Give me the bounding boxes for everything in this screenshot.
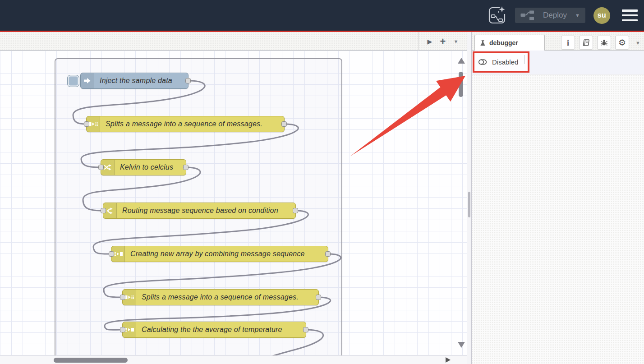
node-label: Calculating the the average of temperatu… [136, 326, 288, 334]
deploy-button[interactable]: Deploy ▼ [515, 8, 585, 23]
flow-assistant-icon [487, 5, 507, 26]
deploy-nodes-icon [520, 10, 535, 21]
toggle-off-icon[interactable] [478, 59, 488, 65]
header-actions: Deploy ▼ su [487, 0, 638, 31]
tab-label: debugger [489, 39, 518, 46]
settings-button[interactable]: ⚙ [615, 36, 629, 50]
input-port[interactable] [120, 327, 125, 332]
node-label: Routing message sequence based on condit… [117, 207, 284, 215]
add-flow-button[interactable]: + [440, 36, 446, 47]
node-join[interactable]: Creating new array by combining message … [111, 246, 328, 262]
hamburger-menu-icon[interactable] [622, 9, 638, 21]
horizontal-scrollbar-thumb[interactable] [54, 358, 128, 363]
debug-button[interactable] [597, 36, 611, 50]
scroll-right-arrow[interactable] [446, 357, 451, 363]
node-label: Splits a message into a sequence of mess… [136, 293, 304, 301]
inject-arrow-icon [81, 73, 94, 88]
node-label: Inject the sample data [94, 77, 178, 85]
splitter-handle[interactable] [468, 192, 470, 217]
tab-debugger[interactable]: debugger [474, 35, 545, 51]
deploy-label: Deploy [539, 11, 570, 20]
toolbar-separator [524, 55, 525, 64]
sidebar-tools: i [561, 36, 640, 50]
info-button[interactable]: i [561, 36, 575, 50]
input-port[interactable] [98, 165, 104, 170]
node-inject[interactable]: Inject the sample data [80, 73, 189, 89]
sidebar-tab-bar: debugger i [472, 32, 644, 51]
book-icon [582, 39, 590, 46]
scroll-tabs-right-icon[interactable]: ▶ [428, 38, 432, 45]
output-port[interactable] [325, 251, 331, 257]
input-port[interactable] [101, 208, 106, 213]
input-port[interactable] [84, 121, 89, 127]
node-change[interactable]: Kelvin to celcius [101, 159, 186, 175]
node-split[interactable]: Splits a message into a sequence of mess… [86, 116, 285, 132]
sidebar: debugger i [472, 32, 644, 364]
flow-canvas: Inject the sample data Splits a message … [0, 51, 467, 355]
node-label: Creating new array by combining message … [125, 250, 310, 258]
workspace-tab-controls: ▶ + ▼ [419, 32, 467, 51]
debugger-toolbar: Disabled [472, 51, 644, 74]
output-port[interactable] [316, 295, 321, 300]
node-join[interactable]: Calculating the the average of temperatu… [122, 322, 306, 338]
output-port[interactable] [185, 78, 191, 83]
horizontal-scrollbar[interactable] [0, 355, 467, 364]
main-area: ▶ + ▼ [0, 32, 644, 364]
input-port[interactable] [120, 295, 125, 300]
output-port[interactable] [303, 327, 308, 332]
scroll-down-arrow[interactable] [458, 342, 465, 348]
workspace-tab-bar: ▶ + ▼ [0, 32, 467, 51]
vertical-scrollbar-thumb[interactable] [459, 72, 463, 97]
debugger-panel-body [472, 74, 644, 364]
node-label: Splits a message into a sequence of mess… [100, 120, 268, 128]
input-port[interactable] [109, 251, 114, 257]
header: Deploy ▼ su [0, 0, 644, 31]
node-switch[interactable]: Routing message sequence based on condit… [103, 203, 296, 219]
info-icon: i [567, 39, 569, 47]
gear-icon: ⚙ [618, 38, 626, 47]
sidebar-splitter[interactable] [467, 32, 472, 364]
deploy-chevron-icon[interactable]: ▼ [575, 13, 580, 18]
node-split[interactable]: Splits a message into a sequence of mess… [122, 289, 319, 305]
sidebar-tools-chevron-icon[interactable]: ▼ [635, 40, 640, 46]
scroll-up-arrow[interactable] [458, 58, 465, 64]
bug-icon [600, 39, 608, 46]
output-port[interactable] [293, 208, 298, 213]
flask-icon [479, 40, 486, 46]
flow-list-chevron-icon[interactable]: ▼ [454, 39, 459, 44]
node-label: Kelvin to celcius [115, 163, 179, 171]
workspace-column: ▶ + ▼ [0, 32, 467, 364]
output-port[interactable] [183, 165, 189, 170]
debugger-toggle-label[interactable]: Disabled [492, 58, 518, 66]
inject-button[interactable] [67, 75, 79, 87]
library-button[interactable] [579, 36, 593, 50]
output-port[interactable] [281, 121, 287, 127]
user-avatar[interactable]: su [593, 7, 610, 24]
flow-assistant-button[interactable] [487, 5, 507, 26]
annotation-box: Disabled [473, 51, 529, 73]
